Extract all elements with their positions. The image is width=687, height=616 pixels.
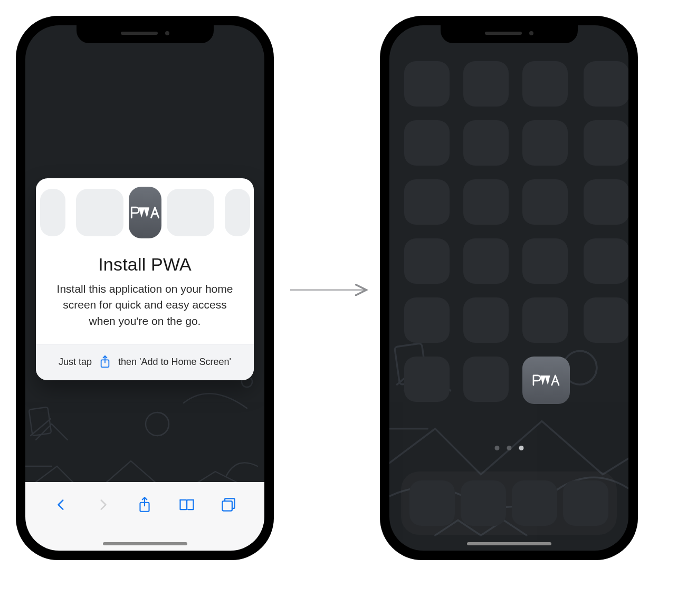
phone-notch: [441, 23, 578, 43]
app-placeholder[interactable]: [404, 61, 450, 107]
svg-line-3: [31, 419, 51, 436]
placeholder-app: [167, 189, 214, 236]
app-placeholder[interactable]: [463, 238, 509, 284]
app-placeholder[interactable]: [522, 179, 568, 225]
pwa-app-icon: [129, 187, 161, 238]
app-placeholder[interactable]: [404, 357, 450, 402]
app-placeholder[interactable]: [463, 120, 509, 166]
share-button[interactable]: [136, 496, 154, 514]
app-placeholder[interactable]: [522, 120, 568, 166]
dock-app-placeholder[interactable]: [563, 480, 608, 526]
back-button[interactable]: [52, 496, 70, 514]
app-placeholder[interactable]: [404, 120, 450, 166]
dock-app-placeholder[interactable]: [409, 480, 455, 526]
app-placeholder[interactable]: [522, 238, 568, 284]
flow-arrow: [288, 280, 371, 301]
bookmarks-button[interactable]: [178, 496, 196, 514]
home-indicator[interactable]: [467, 542, 551, 545]
hint-text-before: Just tap: [59, 357, 92, 368]
pager-dot: [507, 446, 511, 450]
app-placeholder[interactable]: [463, 179, 509, 225]
share-icon: [98, 354, 112, 370]
app-placeholder[interactable]: [584, 61, 628, 107]
app-placeholder[interactable]: [404, 297, 450, 343]
svg-point-1: [146, 412, 169, 436]
pager-dot-active: [519, 446, 523, 450]
app-placeholder[interactable]: [404, 179, 450, 225]
hint-text-after: then 'Add to Home Screen': [118, 357, 231, 368]
svg-rect-9: [223, 501, 232, 511]
modal-description: Install this application on your home sc…: [50, 281, 240, 329]
home-indicator[interactable]: [103, 542, 187, 545]
forward-button[interactable]: [94, 496, 112, 514]
modal-title: Install PWA: [36, 254, 254, 275]
app-placeholder[interactable]: [463, 297, 509, 343]
phone-homescreen: [380, 16, 638, 560]
placeholder-app: [225, 189, 250, 236]
app-placeholder[interactable]: [584, 297, 628, 343]
modal-app-row: [36, 178, 254, 247]
home-grid: [404, 61, 614, 404]
page-indicator[interactable]: [494, 446, 523, 450]
safari-toolbar: [25, 482, 264, 551]
app-placeholder[interactable]: [404, 238, 450, 284]
placeholder-app: [40, 189, 65, 236]
app-placeholder[interactable]: [463, 357, 509, 402]
phone-safari: Install PWA Install this application on …: [16, 16, 274, 560]
pager-dot: [494, 446, 499, 450]
placeholder-app: [76, 189, 123, 236]
install-pwa-modal: Install PWA Install this application on …: [36, 178, 254, 380]
app-placeholder[interactable]: [463, 61, 509, 107]
app-placeholder[interactable]: [584, 179, 628, 225]
modal-hint: Just tap then 'Add to Home Screen': [36, 344, 254, 380]
app-placeholder[interactable]: [522, 61, 568, 107]
app-placeholder[interactable]: [584, 238, 628, 284]
svg-rect-2: [29, 407, 52, 436]
tabs-button[interactable]: [220, 496, 237, 514]
dock: [401, 471, 617, 535]
dock-app-placeholder[interactable]: [461, 480, 506, 526]
app-placeholder[interactable]: [522, 297, 568, 343]
app-placeholder[interactable]: [584, 120, 628, 166]
pwa-installed-app[interactable]: [522, 357, 570, 404]
phone-notch: [77, 23, 214, 43]
dock-app-placeholder[interactable]: [512, 480, 557, 526]
